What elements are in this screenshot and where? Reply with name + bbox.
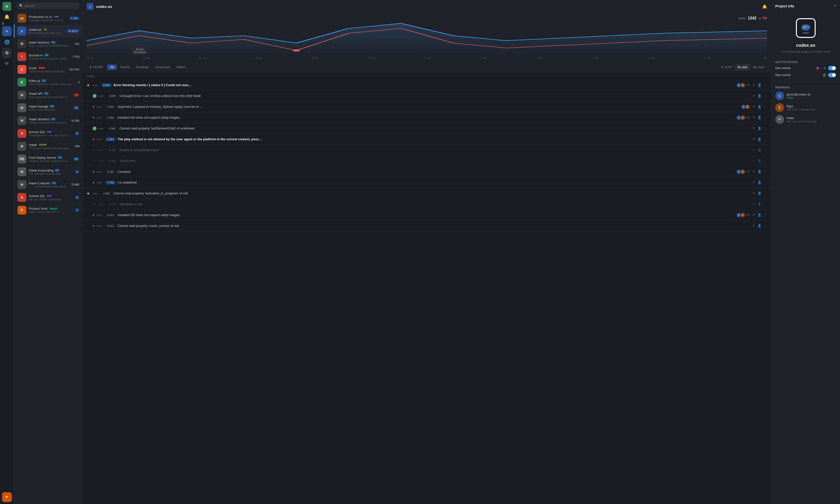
- project-item-product-hunt[interactable]: P Product Hunt Nuxt.js Hello, Product Hu…: [14, 204, 83, 217]
- project-item-hawk-stage[interactable]: H Hawk STAGE The play() request was inte…: [14, 140, 83, 152]
- event-row-1[interactable]: ★ now 5 631 Error fetching remote / [ st…: [83, 80, 771, 91]
- event-more-icon[interactable]: ⋮: [763, 169, 767, 174]
- chart-label: 25 apr: [87, 57, 93, 59]
- event-eye-icon[interactable]: 👁: [752, 115, 756, 120]
- event-more-icon[interactable]: ⋮: [763, 223, 767, 228]
- event-row-9[interactable]: now 8 121 Liverpool G E +17 👁 👤 ⋮: [83, 166, 771, 177]
- event-more-icon[interactable]: ⋮: [763, 137, 767, 142]
- event-user-icon[interactable]: 👤: [757, 180, 762, 185]
- plus-icon[interactable]: +: [821, 67, 822, 70]
- event-eye-icon[interactable]: 👁: [752, 148, 756, 152]
- event-more-icon[interactable]: ⋮: [763, 148, 767, 152]
- user-avatar[interactable]: H: [2, 2, 11, 11]
- event-row-5[interactable]: ✓ now 6 941 Cannot read property 'lastEl…: [83, 123, 771, 134]
- project-count-hawk-workers-2: 12 301: [71, 119, 79, 122]
- filter-tab-unresolved[interactable]: Unresolved: [152, 65, 173, 70]
- event-more-icon[interactable]: ⋮: [763, 180, 767, 185]
- event-row-8[interactable]: 👁 now 3 201 Script error. 👁 👤 ⋮: [83, 156, 771, 166]
- notifications-icon-wrap[interactable]: 🔔 3: [2, 12, 12, 25]
- event-user-icon[interactable]: 👤: [757, 126, 762, 131]
- event-eye-icon[interactable]: 👁: [752, 126, 756, 131]
- filter-tab-all[interactable]: All: [107, 65, 117, 70]
- event-eye-icon[interactable]: 👁: [752, 137, 756, 142]
- star-icon[interactable]: ★: [87, 192, 91, 195]
- event-row-3[interactable]: now 3 012 Argument 1 passed to Kohana_Up…: [83, 102, 771, 112]
- event-row-14[interactable]: now 9 211 Cannot read property 'count_cu…: [83, 220, 771, 231]
- event-eye-icon[interactable]: 👁: [752, 202, 756, 206]
- event-more-icon[interactable]: ⋮: [763, 159, 767, 163]
- event-user-icon[interactable]: 👤: [757, 191, 762, 196]
- event-user-icon[interactable]: 👤: [757, 104, 762, 109]
- event-user-icon[interactable]: 👤: [757, 223, 762, 228]
- event-more-icon[interactable]: ⋮: [763, 115, 767, 120]
- filter-button[interactable]: ▼ FILTER: [87, 65, 105, 70]
- event-row-2[interactable]: ✓ now 3 876 Uncaught Error: Can not find…: [83, 91, 771, 102]
- event-eye-icon[interactable]: 👁: [752, 159, 756, 163]
- notif-toggle-email[interactable]: [828, 73, 836, 77]
- event-user-icon[interactable]: 👤: [757, 148, 762, 152]
- search-input[interactable]: [24, 4, 77, 7]
- project-item-hawk-collector[interactable]: H Hawk Collector TS (↑↓↓) defaultPlurali…: [14, 178, 83, 191]
- event-row-10[interactable]: now 7 731 t is undefined 👁 👤 ⋮: [83, 177, 771, 188]
- event-more-icon[interactable]: ⋮: [763, 126, 767, 131]
- event-more-icon[interactable]: ⋮: [763, 93, 767, 98]
- event-more-icon[interactable]: ⋮: [763, 83, 767, 87]
- project-item-fast-deploy[interactable]: FD Fast Deploy Server TS Failed to execu…: [14, 152, 83, 165]
- project-item-codex-so[interactable]: c codex.so JS Error fetching remote / [ …: [14, 24, 83, 37]
- project-item-hawk-workers-2[interactable]: H Hawk Workers TS Closed popup without p…: [14, 114, 83, 127]
- event-eye-icon[interactable]: 👁: [752, 83, 756, 87]
- project-item-hawk-api[interactable]: H Hawk API TS Error response from daemon…: [14, 89, 83, 102]
- event-eye-icon[interactable]: 👁: [752, 93, 756, 98]
- project-item-school-332[interactable]: S School 332 PHP ForbiddenError: You can…: [14, 127, 83, 140]
- close-panel-button[interactable]: ×: [833, 3, 836, 8]
- event-more-icon[interactable]: ⋮: [763, 213, 767, 217]
- project-item-hawk-workers[interactable]: H Hawk Workers TS Error: connect ECONNRE…: [14, 37, 83, 50]
- filter-tab-hidden[interactable]: Hidden: [173, 65, 189, 70]
- project-item-production-vcru[interactable]: vc Production vc.ru PHP Uncaught TypeErr…: [14, 12, 83, 24]
- project-error-hawk-workers: Error: connect ECONNREFUSED…: [29, 44, 73, 47]
- event-user-icon[interactable]: 👤: [757, 83, 762, 87]
- event-user-icon[interactable]: 👤: [757, 202, 762, 206]
- event-user-icon[interactable]: 👤: [757, 159, 762, 163]
- project-item-school-181[interactable]: S School 181 PHP No one catcher connecte…: [14, 191, 83, 204]
- add-project-button[interactable]: +: [2, 26, 12, 36]
- star-icon[interactable]: ★: [87, 83, 91, 87]
- event-row-13[interactable]: now 9 211 Installed GD does not support …: [83, 210, 771, 220]
- event-row-6[interactable]: now 1 201 The play method is not allowed…: [83, 134, 771, 145]
- event-eye-icon[interactable]: 👁: [752, 191, 756, 196]
- event-user-icon[interactable]: 👤: [757, 213, 762, 217]
- product-hunt-button[interactable]: P: [2, 492, 12, 502]
- event-more-icon[interactable]: ⋮: [763, 202, 767, 206]
- event-row-7[interactable]: 👁 now 3 021 Invalid or unexpected token …: [83, 145, 771, 156]
- project-item-coub[interactable]: C Coub RUBY null is not an object (evalu…: [14, 63, 83, 76]
- event-eye-icon[interactable]: 👁: [752, 180, 756, 185]
- event-row-12[interactable]: 👁 now 4 131 this.$dom is null 👁 👤 ⋮: [83, 199, 771, 210]
- search-input-wrap[interactable]: 🔍: [17, 2, 79, 9]
- event-eye-icon[interactable]: 👁: [752, 169, 756, 174]
- project-item-hawk-accounting[interactable]: H Hawk Accounting TS The operation was a…: [14, 165, 83, 178]
- event-user-icon[interactable]: 👤: [757, 169, 762, 174]
- event-more-icon[interactable]: ⋮: [763, 191, 767, 196]
- event-row-4[interactable]: now 2 932 Installed GD does not support …: [83, 112, 771, 123]
- notif-toggle-slack[interactable]: [828, 66, 836, 70]
- event-user-icon[interactable]: 👤: [757, 137, 762, 142]
- event-eye-icon[interactable]: 👁: [752, 104, 756, 109]
- event-row-11[interactable]: ★ now 4 401 Cannot read property 'animat…: [83, 188, 771, 199]
- event-user-icon[interactable]: 👤: [757, 93, 762, 98]
- sort-btn-by-date[interactable]: By date: [735, 64, 750, 70]
- settings-button[interactable]: ⚙: [2, 48, 12, 58]
- project-item-tjournal-ru[interactable]: t tjournal.ru TS Loading chunk modals4~m…: [14, 50, 83, 63]
- filter-tab-starred[interactable]: Starred: [117, 65, 133, 70]
- project-item-hawk-garage[interactable]: H Hawk Garage TS Dead socket detected 40: [14, 102, 83, 114]
- notification-bell-icon[interactable]: 🔔: [762, 4, 767, 9]
- filter-tab-resolved[interactable]: Resolved: [133, 65, 151, 70]
- event-eye-icon[interactable]: 👁: [752, 213, 756, 217]
- event-more-icon[interactable]: ⋮: [763, 104, 767, 109]
- notifications-button[interactable]: 🔔: [2, 12, 12, 22]
- sort-btn-by-count[interactable]: By count: [751, 64, 767, 70]
- eye-button[interactable]: 👁: [2, 59, 12, 69]
- event-user-icon[interactable]: 👤: [757, 115, 762, 120]
- event-eye-icon[interactable]: 👁: [752, 223, 756, 228]
- globe-button[interactable]: 🌐: [2, 37, 12, 47]
- project-item-editor-js[interactable]: E Editor.js TS Error: TypeError: Cannot …: [14, 76, 83, 89]
